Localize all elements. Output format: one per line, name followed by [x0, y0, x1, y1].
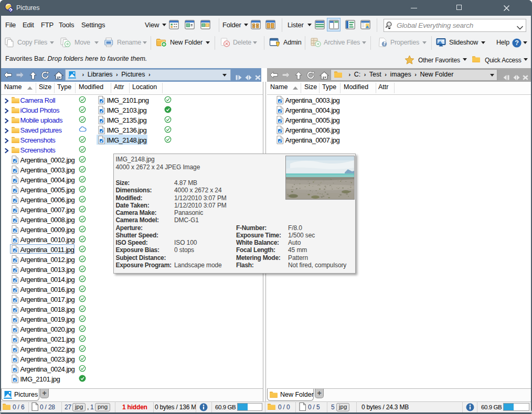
- svg-text:?: ?: [515, 39, 519, 47]
